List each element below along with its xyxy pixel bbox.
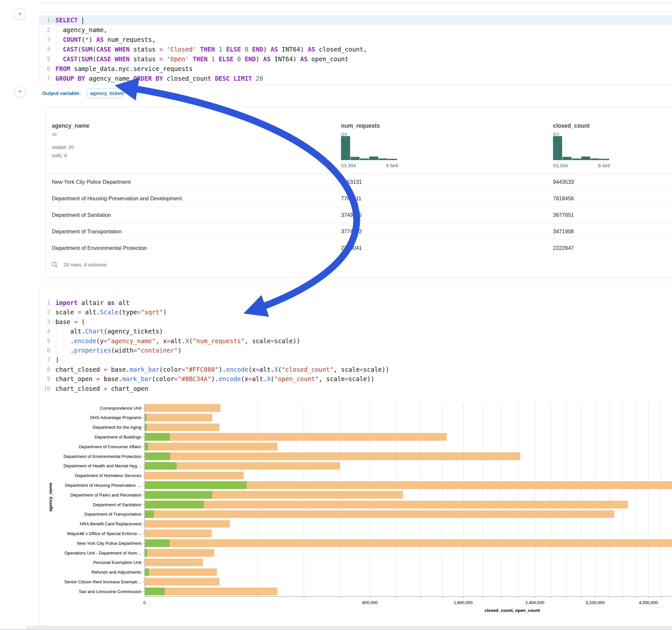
x-axis-tick-label: 2,400,000 bbox=[525, 600, 544, 605]
code-line[interactable]: 3⌄base = ( bbox=[39, 317, 672, 327]
line-number: 10 bbox=[39, 384, 50, 393]
y-axis-label: Taxi and Limousine Commission bbox=[0, 589, 141, 594]
closed-count-bar bbox=[145, 559, 203, 566]
fold-chevron-icon[interactable]: ⌄ bbox=[50, 15, 55, 25]
search-icon[interactable] bbox=[51, 261, 58, 268]
code-text: import altair as alt bbox=[55, 299, 130, 306]
code-line[interactable]: 8chart_closed = base.mark_bar(color="#FF… bbox=[39, 365, 672, 374]
x-axis-line bbox=[145, 596, 672, 597]
code-line[interactable]: 5 .encode(y="agency_name", x=alt.X("num_… bbox=[39, 336, 672, 346]
histogram-max-label: 9.4e6 bbox=[579, 163, 610, 168]
closed-count-bar bbox=[145, 453, 520, 460]
open-count-bar bbox=[145, 587, 165, 595]
x-axis-tick-label: 0 bbox=[143, 600, 146, 605]
y-axis-tick bbox=[143, 476, 145, 476]
chart-gridline bbox=[566, 403, 566, 596]
code-text: chart_closed + chart_open bbox=[55, 385, 148, 392]
previous-cell-edge bbox=[39, 0, 672, 3]
closed-count-bar bbox=[145, 587, 278, 595]
y-axis-label: Department for the Aging bbox=[0, 425, 141, 430]
chart-gridline bbox=[636, 403, 636, 596]
code-line[interactable]: 4 alt.Chart(agency_tickets) bbox=[39, 327, 672, 336]
y-axis-tick bbox=[143, 495, 145, 495]
y-axis-label: Personal Exemption Unit bbox=[0, 560, 141, 565]
open-count-bar bbox=[145, 414, 146, 421]
column-header-num-requests[interactable]: num_requests bbox=[341, 122, 380, 129]
y-axis-label: Operations Unit - Department of Hom… bbox=[0, 551, 141, 555]
line-number: 6 bbox=[39, 346, 50, 355]
table-search[interactable] bbox=[51, 261, 58, 270]
line-number: 1 bbox=[39, 15, 50, 25]
sql-cell-card: 1⌄SELECT 2 agency_name,3 COUNT(*) AS num… bbox=[39, 12, 672, 85]
x-axis-tick-label: 4,000,000 bbox=[639, 600, 658, 605]
line-number: 4 bbox=[39, 44, 50, 54]
y-axis-tick bbox=[143, 485, 145, 485]
y-axis-tick bbox=[143, 572, 145, 572]
x-axis-tick bbox=[648, 597, 649, 598]
sql-code-editor[interactable]: 1⌄SELECT 2 agency_name,3 COUNT(*) AS num… bbox=[39, 15, 672, 83]
code-line[interactable]: 6FROM sample_data.nyc.service_requests bbox=[39, 64, 672, 74]
y-axis-tick bbox=[143, 446, 145, 447]
column-stat-unique: unique: 20 bbox=[52, 145, 74, 150]
column-header-closed-count[interactable]: closed_count bbox=[553, 122, 590, 129]
output-variable-label: Output variable: bbox=[42, 88, 81, 98]
closed-count-bar bbox=[145, 539, 672, 547]
chart-gridline bbox=[370, 403, 370, 596]
chart-gridline bbox=[482, 403, 483, 596]
add-cell-button[interactable]: + bbox=[14, 8, 26, 20]
x-axis-tick bbox=[609, 597, 609, 598]
y-axis-tick bbox=[143, 456, 145, 457]
closed-count-bar bbox=[145, 578, 219, 586]
code-line[interactable]: 2scale = alt.Scale(type="sqrt") bbox=[39, 308, 672, 317]
y-axis-tick bbox=[143, 505, 145, 505]
code-line[interactable]: 4 CAST(SUM(CASE WHEN status = 'Closed' T… bbox=[39, 44, 672, 54]
code-line[interactable]: 7GROUP BY agency_name ORDER BY closed_co… bbox=[39, 74, 672, 83]
histogram-bar bbox=[572, 159, 581, 160]
x-axis-tick bbox=[397, 597, 397, 598]
code-line[interactable]: 9chart_open = base.mark_bar(color="#8BC3… bbox=[39, 374, 672, 384]
code-line[interactable]: 3 COUNT(*) AS num_requests, bbox=[39, 35, 672, 44]
line-number: 1 bbox=[39, 298, 50, 308]
line-number: 3 bbox=[39, 317, 50, 327]
code-line[interactable]: 1⌄SELECT bbox=[39, 15, 672, 25]
table-row: Department of Sanitation37494853677651 bbox=[45, 207, 672, 223]
code-text: COUNT(*) AS num_requests, bbox=[55, 36, 155, 43]
line-number: 9 bbox=[39, 374, 50, 384]
y-axis-label: DHS Advantage Programs bbox=[0, 415, 141, 420]
x-axis-tick bbox=[304, 597, 304, 598]
open-count-bar bbox=[145, 510, 154, 518]
open-count-bar bbox=[145, 568, 149, 576]
code-text: chart_open = base.mark_bar(color="#8BC34… bbox=[55, 375, 375, 382]
closed-count-bar bbox=[145, 404, 220, 412]
code-line[interactable]: 2 agency_name, bbox=[39, 25, 672, 35]
y-axis-label: Refunds and Adjustments bbox=[0, 570, 141, 575]
code-text: SELECT bbox=[55, 17, 83, 24]
y-axis-tick bbox=[143, 582, 145, 582]
fold-chevron-icon[interactable]: ⌄ bbox=[50, 317, 55, 327]
code-line[interactable]: 5 CAST(SUM(CASE WHEN status = 'Open' THE… bbox=[39, 54, 672, 64]
chart-gridline bbox=[421, 403, 421, 596]
code-line[interactable]: 10chart_closed + chart_open bbox=[39, 384, 672, 393]
code-line[interactable]: 1import altair as alt bbox=[39, 298, 672, 308]
x-axis-tick bbox=[551, 597, 551, 598]
output-variable-input[interactable]: agency_tickets bbox=[87, 88, 124, 98]
line-number: 5 bbox=[39, 336, 50, 346]
x-axis-tick bbox=[518, 597, 518, 598]
code-line[interactable]: 6 .properties(width="container") bbox=[39, 346, 672, 355]
column-header-agency-name[interactable]: agency_name bbox=[52, 122, 90, 129]
closed-count-bar bbox=[145, 520, 230, 528]
code-text: scale = alt.Scale(type="sqrt") bbox=[55, 309, 167, 316]
code-line[interactable]: 7) bbox=[39, 355, 672, 365]
x-axis-tick-label: 1,600,000 bbox=[454, 600, 473, 605]
python-code-editor[interactable]: 1import altair as alt2scale = alt.Scale(… bbox=[39, 298, 672, 393]
table-row: Department of Environmental Protection22… bbox=[45, 240, 672, 256]
histogram-bar bbox=[341, 136, 350, 160]
x-axis-tick bbox=[566, 597, 566, 598]
x-axis-tick bbox=[370, 597, 370, 598]
line-number: 5 bbox=[39, 54, 50, 64]
chart-gridline bbox=[551, 403, 551, 596]
add-cell-button[interactable]: + bbox=[14, 86, 26, 98]
chart-gridline bbox=[648, 403, 649, 596]
line-number: 4 bbox=[39, 327, 50, 336]
y-axis-line bbox=[145, 403, 145, 596]
